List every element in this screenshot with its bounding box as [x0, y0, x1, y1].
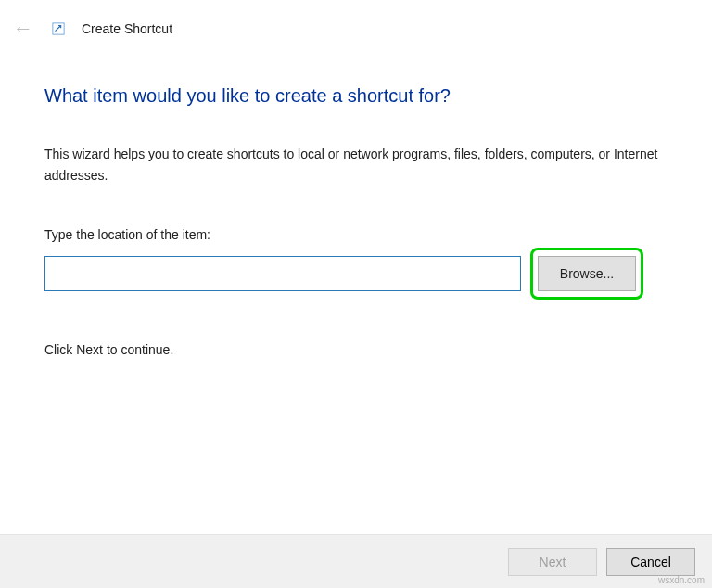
svg-rect-0: [53, 23, 64, 34]
dialog-footer: Next Cancel: [0, 534, 712, 588]
dialog-header: ← Create Shortcut: [0, 0, 712, 41]
back-arrow-icon: ←: [11, 17, 35, 41]
browse-highlight: Browse...: [530, 248, 643, 300]
location-input[interactable]: [44, 256, 521, 291]
location-label: Type the location of the item:: [44, 227, 668, 242]
page-heading: What item would you like to create a sho…: [44, 85, 668, 107]
next-button: Next: [508, 548, 597, 576]
browse-button[interactable]: Browse...: [538, 256, 636, 291]
wizard-description: This wizard helps you to create shortcut…: [44, 144, 668, 186]
watermark-text: wsxdn.com: [658, 575, 705, 585]
window-title: Create Shortcut: [82, 21, 172, 36]
location-row: Browse...: [44, 248, 668, 300]
dialog-content: What item would you like to create a sho…: [0, 41, 712, 357]
cancel-button[interactable]: Cancel: [606, 548, 695, 576]
shortcut-icon: [52, 22, 65, 35]
continue-instruction: Click Next to continue.: [44, 342, 668, 357]
